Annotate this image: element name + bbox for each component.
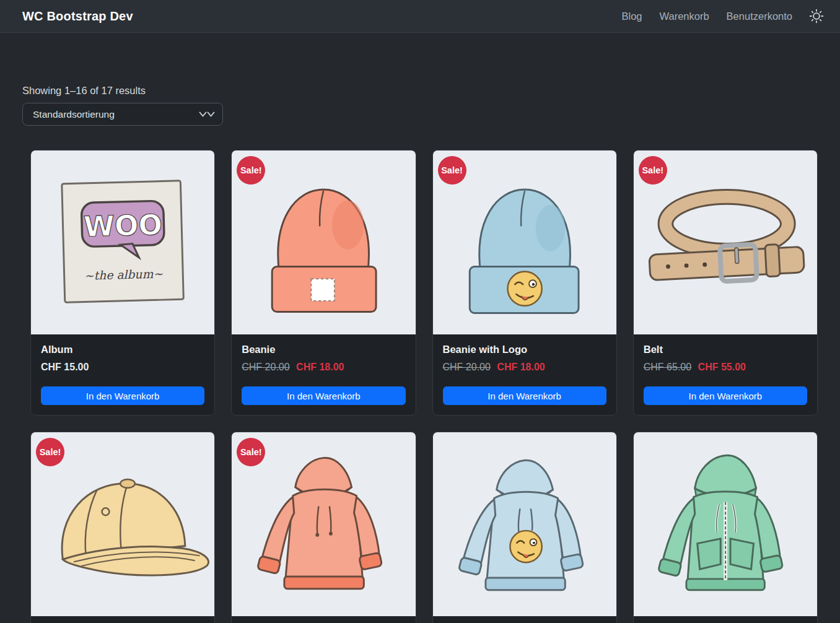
product-card: Sale! bbox=[231, 432, 416, 623]
nav-link-blog[interactable]: Blog bbox=[621, 11, 642, 22]
product-card-body: Beanie CHF 20.00 CHF 18.00 In den Warenk… bbox=[232, 334, 415, 415]
blue-hoodie-logo-art bbox=[433, 432, 616, 616]
current-price: CHF 18.00 bbox=[497, 362, 545, 372]
album-subtitle-text: ~the album~ bbox=[84, 268, 164, 282]
product-price: CHF 65.00 CHF 55.00 bbox=[644, 362, 807, 373]
product-name[interactable]: Belt bbox=[644, 344, 807, 355]
product-name[interactable]: Album bbox=[41, 344, 204, 355]
old-price: CHF 20.00 bbox=[443, 362, 491, 372]
green-zip-hoodie-art bbox=[634, 432, 817, 616]
result-count: Showing 1–16 of 17 results bbox=[22, 85, 818, 97]
theme-toggle-button[interactable] bbox=[808, 8, 825, 24]
old-price: CHF 20.00 bbox=[242, 362, 289, 372]
product-card bbox=[432, 432, 617, 623]
product-card: Sale! Belt CHF 65.00 CHF 55.00 In den Wa… bbox=[633, 150, 818, 416]
album-title-text: WOO bbox=[83, 208, 163, 243]
product-card-body: Beanie with Logo CHF 20.00 CHF 18.00 In … bbox=[433, 334, 616, 415]
sale-badge: Sale! bbox=[438, 156, 466, 185]
current-price: CHF 15.00 bbox=[41, 362, 89, 372]
old-price: CHF 65.00 bbox=[644, 362, 691, 372]
current-price: CHF 55.00 bbox=[698, 362, 746, 372]
product-card bbox=[633, 432, 818, 623]
product-grid-row-1: WOO ~the album~ Album CHF 15.00 In den W… bbox=[30, 150, 818, 416]
navbar: WC Bootstrap Dev Blog Warenkorb Benutzer… bbox=[0, 0, 840, 33]
winking-emoji-print bbox=[510, 531, 541, 562]
navbar-links: Blog Warenkorb Benutzerkonto bbox=[621, 11, 792, 22]
sale-badge: Sale! bbox=[639, 156, 667, 185]
nav-link-warenkorb[interactable]: Warenkorb bbox=[660, 11, 709, 22]
product-card: Sale! bbox=[30, 432, 215, 623]
product-price: CHF 20.00 CHF 18.00 bbox=[242, 362, 405, 373]
navbar-brand[interactable]: WC Bootstrap Dev bbox=[22, 9, 133, 24]
product-price: CHF 15.00 bbox=[41, 362, 204, 373]
product-card-body bbox=[232, 616, 415, 623]
sun-icon bbox=[808, 8, 825, 24]
product-name[interactable]: Beanie with Logo bbox=[443, 344, 606, 355]
hoodie-green-zipper-product-image[interactable] bbox=[634, 432, 817, 616]
product-card-body: Belt CHF 65.00 CHF 55.00 In den Warenkor… bbox=[634, 334, 817, 415]
product-card: WOO ~the album~ Album CHF 15.00 In den W… bbox=[30, 150, 215, 416]
shop-toolbar: Showing 1–16 of 17 results Standardsorti… bbox=[0, 85, 840, 126]
product-card-body bbox=[433, 616, 616, 623]
sale-badge: Sale! bbox=[237, 156, 265, 185]
hoodie-blue-logo-product-image[interactable] bbox=[433, 432, 616, 616]
sort-select[interactable]: Standardsortierung bbox=[22, 103, 223, 126]
product-card: Sale! Beanie CHF 20.00 CHF 18.00 In den … bbox=[231, 150, 416, 416]
product-card-body: Album CHF 15.00 In den Warenkorb bbox=[31, 334, 214, 415]
add-to-cart-button[interactable]: In den Warenkorb bbox=[644, 386, 807, 405]
add-to-cart-button[interactable]: In den Warenkorb bbox=[443, 386, 606, 405]
product-price: CHF 20.00 CHF 18.00 bbox=[443, 362, 606, 373]
product-card-body bbox=[31, 616, 214, 623]
current-price: CHF 18.00 bbox=[296, 362, 344, 372]
product-card-body bbox=[634, 616, 817, 623]
sale-badge: Sale! bbox=[237, 438, 265, 466]
sort-dropdown-wrap: Standardsortierung bbox=[22, 103, 223, 126]
nav-link-benutzerkonto[interactable]: Benutzerkonto bbox=[727, 11, 792, 22]
product-name[interactable]: Beanie bbox=[242, 344, 405, 355]
album-product-image[interactable]: WOO ~the album~ bbox=[31, 150, 214, 334]
winking-emoji-patch bbox=[507, 271, 541, 305]
product-grid-wrap: WOO ~the album~ Album CHF 15.00 In den W… bbox=[0, 150, 840, 623]
product-card: Sale! Beanie with Logo CHF 20.00 CHF 18.… bbox=[432, 150, 617, 416]
product-grid-row-2: Sale! Sale! bbox=[30, 432, 818, 623]
add-to-cart-button[interactable]: In den Warenkorb bbox=[242, 386, 405, 405]
add-to-cart-button[interactable]: In den Warenkorb bbox=[41, 386, 204, 405]
album-cover-art: WOO ~the album~ bbox=[31, 150, 214, 334]
sale-badge: Sale! bbox=[36, 438, 64, 466]
